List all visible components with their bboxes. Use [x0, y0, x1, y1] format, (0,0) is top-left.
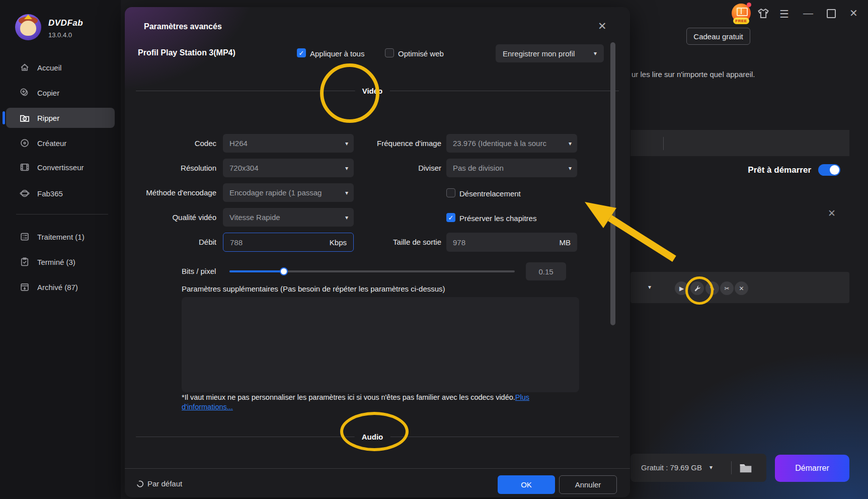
- freebar-divider: [731, 461, 732, 474]
- output-size-input[interactable]: 978 MB: [446, 233, 577, 252]
- processing-list-icon: [19, 231, 30, 242]
- free-badge: FREE: [733, 18, 749, 24]
- resolution-label: Résolution: [126, 159, 216, 177]
- bitrate-label: Débit: [126, 233, 216, 251]
- sidebar-item-accueil[interactable]: Accueil: [6, 57, 115, 78]
- save-profile-dropdown[interactable]: Enregistrer mon profil ▾: [496, 44, 604, 62]
- ripper-icon: [19, 112, 30, 123]
- disc-icon: [19, 137, 30, 149]
- bits-pixel-label: Bits / pixel: [182, 267, 216, 275]
- table-header-divider: [663, 137, 664, 150]
- app-name: DVDFab: [48, 18, 83, 28]
- sidebar-item-copier[interactable]: Copier: [6, 83, 115, 103]
- fab365-icon: [19, 188, 30, 199]
- dvdfab-logo: [15, 14, 41, 40]
- sidebar-item-archive[interactable]: Archivé (87): [6, 277, 115, 297]
- video-quality-select[interactable]: Vitesse Rapide ▾: [223, 208, 354, 227]
- maximize-icon[interactable]: [827, 9, 836, 18]
- trim-scissors-icon[interactable]: ✂: [720, 281, 734, 295]
- web-optimized-label[interactable]: Optimisé web: [398, 49, 444, 58]
- deinterlace-label[interactable]: Désentrelacement: [459, 189, 521, 198]
- window-close-icon[interactable]: ✕: [849, 8, 858, 18]
- start-button[interactable]: Démarrer: [775, 455, 849, 482]
- codec-select[interactable]: H264 ▾: [223, 134, 354, 153]
- chevron-down-icon: ▾: [569, 165, 572, 172]
- footer-divider: [125, 468, 630, 469]
- bits-pixel-slider-thumb[interactable]: [280, 267, 288, 275]
- reset-default-button[interactable]: Par défaut: [136, 479, 182, 488]
- resolution-select[interactable]: 720x304 ▾: [223, 159, 354, 177]
- dialog-scrollbar[interactable]: [610, 42, 615, 325]
- split-select[interactable]: Pas de division ▾: [446, 159, 577, 177]
- task-remove-icon[interactable]: ✕: [828, 207, 836, 219]
- free-gift-tooltip[interactable]: Cadeau gratuit: [686, 28, 750, 45]
- codec-warning-note: *Il vaut mieux ne pas personnaliser les …: [182, 393, 541, 412]
- advanced-settings-wrench-icon[interactable]: [690, 281, 704, 295]
- output-size-unit: MB: [560, 238, 571, 247]
- apply-all-label[interactable]: Appliquer à tous: [310, 49, 364, 58]
- audio-section-label: Audio: [355, 433, 390, 441]
- app-version: 13.0.4.0: [48, 31, 72, 39]
- menu-icon[interactable]: ☰: [779, 9, 789, 19]
- free-space-label[interactable]: Gratuit : 79.69 GB: [641, 463, 702, 472]
- sidebar-item-createur[interactable]: Créateur: [6, 133, 115, 153]
- encoding-method-select[interactable]: Encodage rapide (1 passag ▾: [223, 183, 354, 202]
- active-indicator: [3, 111, 5, 124]
- sidebar-item-termine[interactable]: Terminé (3): [6, 252, 115, 272]
- notification-dot: [747, 3, 751, 7]
- sidebar-divider: [16, 214, 108, 215]
- bits-pixel-value[interactable]: 0.15: [526, 262, 566, 280]
- home-icon: [19, 62, 30, 73]
- bitrate-input[interactable]: 788 Kbps: [223, 233, 354, 252]
- completed-clipboard-icon: [19, 256, 30, 267]
- free-space-chevron-icon[interactable]: ▾: [709, 464, 713, 471]
- encoding-method-label: Méthode d'encodage: [126, 183, 216, 202]
- skin-theme-icon[interactable]: [757, 8, 769, 21]
- cancel-button[interactable]: Annuler: [559, 475, 617, 494]
- sidebar-item-ripper[interactable]: Ripper: [6, 108, 115, 128]
- split-label: Diviser: [351, 159, 441, 177]
- chevron-down-icon: ▾: [345, 189, 348, 196]
- sidebar-item-traitement[interactable]: Traitement (1): [6, 227, 115, 247]
- sidebar: DVDFab 13.0.4.0 Accueil Copier Ripper Cr…: [0, 0, 121, 499]
- description-snippet: ur les lire sur n'importe quel appareil.: [632, 70, 755, 79]
- free-space-bar: Gratuit : 79.69 GB ▾: [630, 454, 766, 482]
- keep-chapters-checkbox[interactable]: ✓: [446, 213, 455, 222]
- apply-all-checkbox[interactable]: ✓: [297, 48, 306, 57]
- profile-label: Profil Play Station 3(MP4): [138, 48, 235, 57]
- output-folder-icon[interactable]: [739, 462, 752, 475]
- gift-free-icon[interactable]: FREE: [732, 4, 751, 23]
- video-section-label: Vidéo: [355, 87, 390, 95]
- video-file-icon: [19, 162, 30, 173]
- framerate-select[interactable]: 23.976 (Identique à la sourc ▾: [446, 134, 577, 153]
- task-expand-chevron-icon[interactable]: ▾: [648, 283, 651, 291]
- chevron-down-icon: ▾: [345, 214, 348, 221]
- web-optimized-checkbox[interactable]: [385, 48, 394, 57]
- dialog-title: Paramètres avancés: [144, 22, 222, 31]
- minimize-icon[interactable]: —: [803, 8, 813, 18]
- extra-params-textarea[interactable]: [182, 297, 579, 392]
- chevron-down-icon: ▾: [569, 140, 572, 147]
- archive-box-icon: [19, 281, 30, 293]
- dialog-close-icon[interactable]: ✕: [598, 20, 607, 32]
- codec-label: Codec: [126, 134, 216, 153]
- output-size-label: Taille de sortie: [351, 233, 441, 251]
- cancel-task-icon[interactable]: ✕: [735, 281, 748, 295]
- framerate-label: Fréquence d'image: [351, 134, 441, 153]
- bitrate-unit: Kbps: [330, 238, 347, 247]
- sidebar-item-convertisseur[interactable]: Convertisseur: [6, 157, 115, 177]
- gift-box-glyph: [737, 8, 748, 16]
- extra-params-label: Paramètres supplémentaires (Pas besoin d…: [182, 284, 445, 293]
- sidebar-item-fab365[interactable]: Fab365: [6, 183, 115, 203]
- preview-play-icon[interactable]: ▶: [675, 281, 688, 295]
- keep-chapters-label[interactable]: Préserver les chapitres: [459, 214, 536, 223]
- advanced-settings-dialog: Paramètres avancés ✕ Profil Play Station…: [125, 7, 630, 497]
- chevron-down-icon: ▾: [594, 50, 597, 57]
- ready-to-start-label: Prêt à démarrer: [704, 165, 811, 175]
- ready-toggle[interactable]: [818, 164, 840, 176]
- bits-pixel-slider-fill: [229, 270, 284, 272]
- ok-button[interactable]: OK: [498, 475, 555, 494]
- chevron-down-icon: ▾: [345, 140, 348, 147]
- edit-pencil-icon[interactable]: ✎: [705, 281, 719, 295]
- deinterlace-checkbox[interactable]: [446, 188, 455, 197]
